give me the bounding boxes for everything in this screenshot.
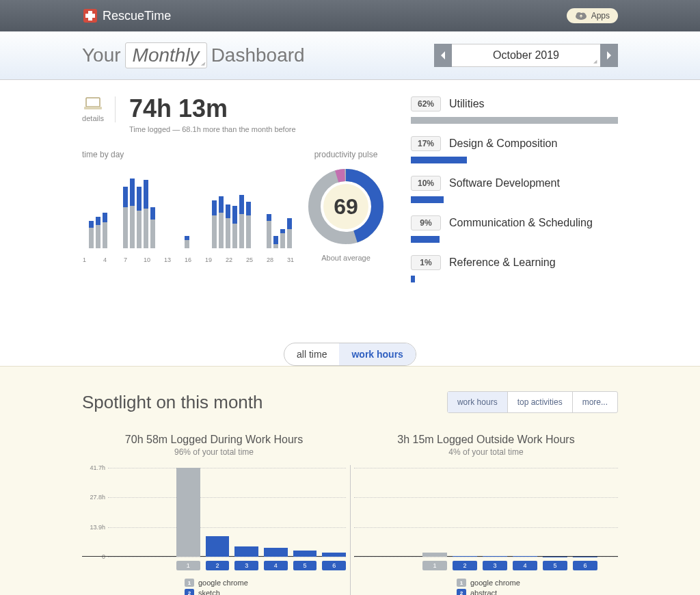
legend-item[interactable]: 2abstract (457, 589, 618, 595)
day-bar[interactable] (287, 218, 292, 248)
apps-button[interactable]: Apps (567, 8, 618, 23)
spotlight-bar[interactable] (176, 468, 200, 557)
svg-rect-7 (84, 107, 102, 109)
pulse-label: productivity pulse (314, 150, 378, 159)
bar-index: 5 (543, 561, 567, 570)
day-bar[interactable] (89, 221, 94, 248)
spotlight-bar[interactable] (453, 556, 477, 557)
category-name: Reference & Learning (449, 256, 556, 269)
time-by-day-chart: time by day 1471013161922252831 (82, 150, 292, 263)
category-bar (411, 276, 415, 282)
spotlight-bar[interactable] (234, 546, 258, 557)
page-title: Your Monthly Dashboard (82, 42, 305, 68)
charts-row: time by day 1471013161922252831 producti… (82, 150, 383, 263)
category-pct: 17% (411, 136, 441, 151)
details-link[interactable]: details (82, 96, 116, 122)
category-row[interactable]: 9%Communication & Scheduling (411, 215, 618, 243)
bar-index: 1 (176, 561, 200, 570)
legend-item[interactable]: 2sketch (185, 589, 346, 595)
day-bar[interactable] (137, 187, 142, 248)
spotlight-bar[interactable] (513, 556, 537, 557)
spotlight-bar[interactable] (483, 556, 507, 557)
legend-label: abstract (470, 589, 497, 595)
legend-badge: 2 (457, 589, 466, 595)
day-bar[interactable] (96, 217, 100, 248)
bar-index: 4 (264, 561, 288, 570)
day-bar[interactable] (232, 206, 237, 248)
pulse-value: 69 (323, 184, 368, 229)
toggle-all-time[interactable]: all time (284, 343, 339, 365)
spotlight-bar[interactable] (264, 548, 288, 557)
spotlight-left-sub: 96% of your total time (82, 447, 346, 457)
spotlight-work-hours-col: 70h 58m Logged During Work Hours 96% of … (82, 434, 346, 595)
day-bar[interactable] (246, 202, 251, 248)
day-bar[interactable] (123, 187, 128, 248)
spotlight-bar[interactable] (422, 553, 447, 557)
day-bar[interactable] (130, 178, 135, 248)
day-bar[interactable] (273, 236, 278, 248)
bar-index: 3 (234, 561, 258, 570)
pulse-donut: 69 (308, 169, 383, 244)
date-next-button[interactable] (600, 44, 618, 67)
day-bar[interactable] (185, 236, 189, 248)
day-bar[interactable] (150, 207, 155, 248)
legend-label: sketch (198, 589, 220, 595)
legend-badge: 1 (185, 579, 194, 587)
spotlight-tabs: work hourstop activitiesmore... (447, 391, 618, 413)
day-bar[interactable] (267, 214, 271, 248)
main-content: details 74h 13m Time logged — 68.1h more… (0, 80, 700, 322)
bar-index: 5 (293, 561, 317, 570)
category-name: Utilities (449, 98, 485, 110)
category-bar (411, 117, 618, 124)
category-row[interactable]: 17%Design & Composition (411, 136, 618, 163)
title-prefix: Your (82, 44, 121, 66)
day-bar[interactable] (219, 196, 224, 248)
spotlight-title: Spotlight on this month (82, 392, 263, 413)
day-bar[interactable] (226, 204, 230, 248)
spotlight-section: Spotlight on this month work hourstop ac… (0, 366, 700, 595)
spotlight-tab-0[interactable]: work hours (448, 392, 508, 412)
legend-label: google chrome (198, 579, 248, 587)
details-label: details (82, 114, 104, 122)
period-selector[interactable]: Monthly (125, 42, 207, 68)
category-pct: 10% (411, 176, 441, 191)
day-bar[interactable] (103, 213, 107, 248)
spotlight-tab-2[interactable]: more... (573, 392, 617, 412)
subheader: Your Monthly Dashboard October 2019 (0, 31, 700, 80)
day-bar[interactable] (239, 195, 244, 248)
spotlight-bar[interactable] (206, 536, 230, 557)
date-display[interactable]: October 2019 (452, 44, 600, 67)
category-row[interactable]: 62%Utilities (411, 96, 618, 124)
legend-badge: 2 (185, 589, 194, 595)
legend-item[interactable]: 1google chrome (457, 579, 618, 587)
category-pct: 9% (411, 215, 441, 230)
date-prev-button[interactable] (434, 44, 452, 67)
category-row[interactable]: 10%Software Development (411, 176, 618, 203)
legend-label: google chrome (470, 579, 520, 587)
day-bar[interactable] (144, 180, 148, 248)
spotlight-tab-1[interactable]: top activities (508, 392, 573, 412)
category-bar (411, 196, 444, 203)
category-name: Design & Composition (449, 137, 557, 150)
day-bar[interactable] (280, 229, 285, 248)
y-tick: 27.8h (90, 494, 105, 501)
svg-rect-6 (86, 98, 100, 107)
toggle-work-hours[interactable]: work hours (339, 343, 415, 365)
bar-index: 3 (483, 561, 507, 570)
legend-item[interactable]: 1google chrome (185, 579, 346, 587)
category-row[interactable]: 1%Reference & Learning (411, 255, 618, 282)
category-name: Communication & Scheduling (449, 217, 593, 229)
y-tick: 0 (102, 553, 105, 560)
time-logged-sub: Time logged — 68.1h more than the month … (129, 125, 296, 133)
svg-rect-2 (85, 14, 95, 18)
bar-index: 2 (206, 561, 230, 570)
spotlight-right-title: 3h 15m Logged Outside Work Hours (354, 434, 618, 446)
brand-text: RescueTime (103, 9, 171, 23)
bar-index: 6 (573, 561, 597, 570)
day-bar[interactable] (212, 200, 217, 248)
brand-logo[interactable]: RescueTime (82, 8, 171, 24)
spotlight-bar[interactable] (322, 553, 346, 557)
productivity-pulse: productivity pulse 69 About average (308, 150, 383, 263)
category-pct: 62% (411, 96, 441, 111)
spotlight-bar[interactable] (293, 551, 317, 557)
